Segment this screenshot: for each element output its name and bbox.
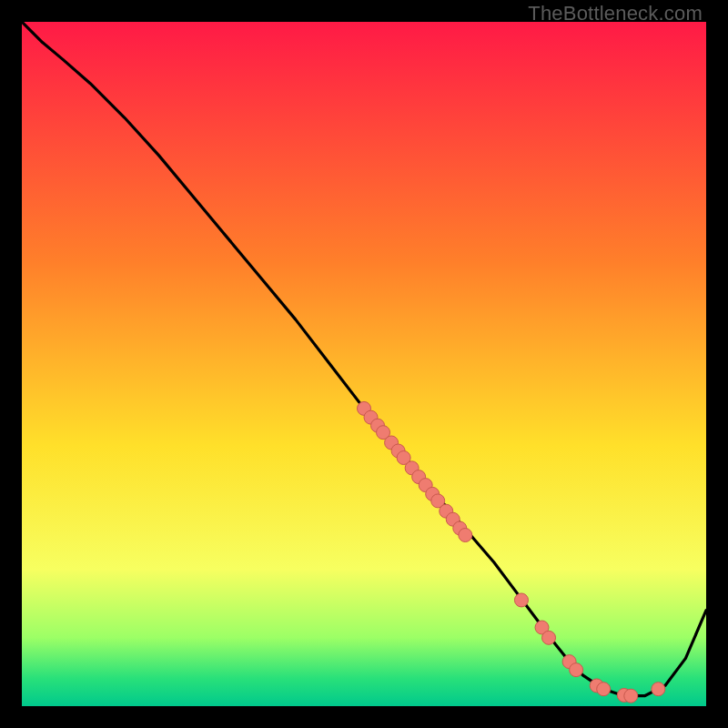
data-point [624, 689, 638, 703]
chart-svg [22, 22, 706, 706]
data-point [542, 631, 556, 644]
data-point [597, 682, 611, 696]
gradient-background [22, 22, 706, 706]
data-point [514, 593, 528, 607]
chart-frame [22, 22, 706, 706]
data-point [652, 682, 665, 696]
data-point [459, 529, 472, 542]
data-point [570, 663, 583, 677]
